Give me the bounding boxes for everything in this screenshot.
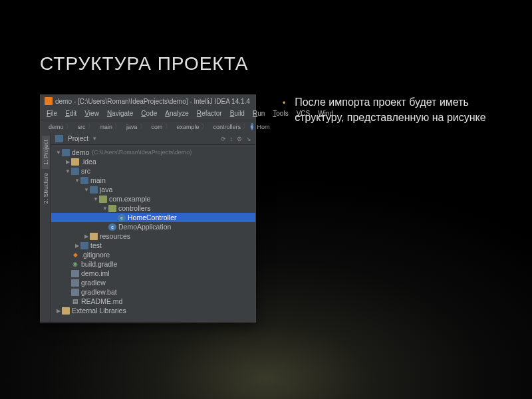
panel-icon[interactable]: ↘ [246, 136, 251, 142]
tree-label: controllers [118, 204, 150, 212]
menu-navigate[interactable]: Navigate [104, 108, 136, 118]
class-icon: c [118, 214, 126, 221]
breadcrumb: demo〉src〉main〉java〉com〉example〉controlle… [41, 120, 255, 133]
folder-icon [80, 242, 88, 249]
chevron-right-icon [74, 243, 80, 249]
chevron-right-icon [83, 233, 90, 239]
chevron-down-icon [91, 136, 98, 142]
breadcrumb-item[interactable]: src [78, 124, 86, 130]
breadcrumb-item[interactable]: controllers [213, 124, 241, 130]
tree-row[interactable]: demo(C:\Users\Roman\IdeaProjects\demo) [51, 148, 255, 157]
ide-titlebar: demo - [C:\Users\Roman\IdeaProjects\demo… [41, 95, 255, 107]
lib-icon [62, 307, 70, 315]
bullet-area: • После импорта проект будет иметь струк… [283, 94, 492, 125]
chevron-down-icon [65, 168, 71, 174]
tree-row[interactable]: gradlew.bat [51, 287, 255, 297]
tree-row[interactable]: resources [51, 231, 255, 241]
tree-row[interactable]: ◉build.gradle [51, 259, 255, 269]
sidebar-tab[interactable]: 1: Project [42, 136, 50, 169]
tree-row[interactable]: test [51, 241, 255, 250]
pkg-icon [108, 205, 116, 212]
breadcrumb-item[interactable]: demo [49, 124, 64, 130]
folder-y-icon [71, 158, 79, 166]
tree-label: java [100, 186, 112, 194]
file-icon [71, 279, 79, 287]
folder-icon [90, 186, 98, 194]
menu-run[interactable]: Run [249, 108, 268, 118]
tree-row[interactable]: cDemoApplication [51, 222, 255, 231]
menu-view[interactable]: View [81, 108, 102, 118]
panel-icon[interactable]: ⟳ [221, 136, 226, 142]
tree-row[interactable]: gradlew [51, 278, 255, 287]
breadcrumb-item[interactable]: example [177, 124, 200, 130]
git-icon: ◆ [71, 251, 79, 259]
tree-label: External Libraries [72, 307, 126, 315]
panel-icon[interactable]: ⚙ [237, 136, 242, 142]
tree-label: resources [100, 232, 130, 240]
tree-row[interactable]: External Libraries [51, 306, 255, 315]
tree-label: gradlew.bat [81, 288, 117, 296]
breadcrumb-item[interactable]: main [100, 124, 113, 130]
panel-label: Project [68, 135, 88, 142]
menu-build[interactable]: Build [227, 108, 248, 118]
chevron-right-icon: 〉 [165, 122, 171, 131]
gradle-icon: ◉ [71, 261, 79, 268]
folder-icon [55, 135, 63, 142]
panel-header: Project ⟳↕⚙↘ [51, 133, 255, 145]
project-panel: Project ⟳↕⚙↘ demo(C:\Users\Roman\IdeaPro… [51, 133, 255, 322]
tree-label: src [81, 167, 90, 175]
file-icon [71, 270, 79, 277]
tree-label: .gitignore [81, 251, 110, 259]
bullet-icon: • [283, 98, 285, 125]
tree-label: README.md [81, 297, 122, 305]
tree-row[interactable]: ▤README.md [51, 297, 255, 306]
tree-label: HomeController [128, 213, 177, 221]
tree-label: DemoApplication [118, 223, 171, 231]
breadcrumb-tail[interactable]: Hom [257, 124, 270, 130]
tree-label: demo [72, 148, 89, 156]
tree-label: build.gradle [81, 260, 117, 268]
folder-icon [80, 177, 88, 184]
class-icon: c [251, 123, 253, 130]
chevron-right-icon [55, 308, 62, 314]
chevron-right-icon [65, 159, 71, 165]
slide-root: СТРУКТУРА ПРОЕКТА demo - [C:\Users\Roman… [0, 0, 532, 399]
folder-icon [62, 149, 70, 156]
chevron-down-icon [74, 178, 80, 184]
bullet-text: После импорта проект будет иметь структу… [295, 94, 492, 125]
menu-analyze[interactable]: Analyze [162, 108, 192, 118]
breadcrumb-item[interactable]: com [152, 124, 163, 130]
chevron-right-icon: 〉 [114, 122, 120, 131]
sidebar-tabs: 1: Project2: Structure [41, 133, 51, 322]
tree-label: test [90, 241, 102, 249]
menu-refactor[interactable]: Refactor [194, 108, 225, 118]
tree-row[interactable]: cHomeController [51, 213, 255, 222]
slide-content: demo - [C:\Users\Roman\IdeaProjects\demo… [40, 94, 492, 323]
folder-icon [71, 168, 79, 175]
tree-row[interactable]: com.example [51, 194, 255, 203]
tree-row[interactable]: src [51, 166, 255, 176]
project-tree: demo(C:\Users\Roman\IdeaProjects\demo).i… [51, 145, 255, 322]
menu-edit[interactable]: Edit [62, 108, 80, 118]
panel-header-left[interactable]: Project [55, 135, 98, 142]
folder-y-icon [90, 233, 98, 240]
menubar: FileEditViewNavigateCodeAnalyzeRefactorB… [41, 107, 255, 120]
menu-code[interactable]: Code [138, 108, 160, 118]
menu-file[interactable]: File [43, 108, 61, 118]
file-icon [71, 289, 79, 296]
tree-row[interactable]: .idea [51, 157, 255, 166]
tree-hint: (C:\Users\Roman\IdeaProjects\demo) [92, 149, 192, 156]
tree-row[interactable]: java [51, 185, 255, 194]
chevron-right-icon: 〉 [88, 122, 94, 131]
md-icon: ▤ [71, 298, 79, 305]
breadcrumb-item[interactable]: java [126, 124, 138, 130]
tree-label: com.example [109, 195, 150, 203]
tree-row[interactable]: main [51, 176, 255, 185]
tree-label: gradlew [81, 279, 106, 287]
tree-row[interactable]: controllers [51, 203, 255, 213]
intellij-icon [45, 97, 53, 105]
tree-row[interactable]: demo.iml [51, 269, 255, 278]
tree-row[interactable]: ◆.gitignore [51, 250, 255, 259]
panel-icon[interactable]: ↕ [230, 136, 233, 142]
sidebar-tab[interactable]: 2: Structure [42, 169, 50, 208]
